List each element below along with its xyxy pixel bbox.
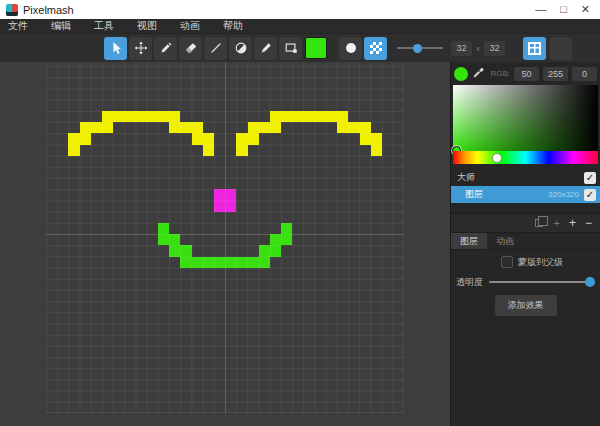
menu-edit[interactable]: 编辑 bbox=[51, 19, 71, 33]
canvas-width-field[interactable]: 32 bbox=[451, 41, 472, 56]
tool-pen-button[interactable] bbox=[254, 37, 277, 60]
tab-animation[interactable]: 动画 bbox=[487, 233, 523, 249]
pointer-icon bbox=[109, 41, 123, 55]
rectangle-icon bbox=[284, 41, 298, 55]
pixel-run[interactable] bbox=[68, 145, 79, 156]
canvas-workspace bbox=[0, 62, 450, 426]
close-button[interactable]: ✕ bbox=[581, 0, 590, 19]
tool-line-button[interactable] bbox=[204, 37, 227, 60]
pixel-run[interactable] bbox=[80, 122, 114, 133]
add-layer-button[interactable]: + bbox=[569, 217, 576, 229]
green-value-field[interactable]: 255 bbox=[543, 67, 568, 81]
opacity-slider[interactable] bbox=[489, 274, 595, 290]
menu-animation[interactable]: 动画 bbox=[180, 19, 200, 33]
minimize-button[interactable]: — bbox=[535, 0, 546, 19]
tool-rectangle-button[interactable] bbox=[279, 37, 302, 60]
dither-toggle-button[interactable] bbox=[364, 37, 387, 60]
secondary-toggle-button[interactable] bbox=[550, 37, 572, 60]
layer-name: 图层 bbox=[451, 188, 483, 201]
opacity-slider-knob[interactable] bbox=[585, 277, 595, 287]
pixel-run[interactable] bbox=[169, 245, 191, 256]
pixel-run[interactable] bbox=[259, 245, 281, 256]
brush-size-slider[interactable] bbox=[397, 37, 443, 60]
pixel-run[interactable] bbox=[180, 257, 270, 268]
tool-pencil-button[interactable] bbox=[154, 37, 177, 60]
layer-actions-row: + + − bbox=[451, 213, 600, 233]
grid-icon bbox=[528, 42, 541, 55]
canvas-height-field[interactable]: 32 bbox=[484, 41, 505, 56]
tool-move-button[interactable] bbox=[129, 37, 152, 60]
menu-bar: 文件 编辑 工具 视图 动画 帮助 bbox=[0, 19, 600, 34]
eraser-icon bbox=[184, 41, 198, 55]
red-value-field[interactable]: 50 bbox=[514, 67, 539, 81]
rgb-label: RGB: bbox=[490, 69, 510, 78]
pixel-run[interactable] bbox=[371, 145, 382, 156]
checkmark-icon: ✓ bbox=[586, 189, 594, 200]
title-bar: Pixelmash — □ ✕ bbox=[0, 0, 600, 19]
size-separator: x bbox=[476, 44, 480, 53]
pixel-run[interactable] bbox=[337, 122, 371, 133]
blue-value-field[interactable]: 0 bbox=[572, 67, 597, 81]
tab-layer[interactable]: 图层 bbox=[451, 233, 487, 249]
merge-layer-icon[interactable]: + bbox=[554, 217, 560, 229]
properties-tabs: 图层 动画 bbox=[451, 233, 600, 250]
pixel-run[interactable] bbox=[281, 223, 292, 234]
pixel-run[interactable] bbox=[214, 201, 236, 212]
hue-slider[interactable] bbox=[453, 151, 598, 164]
maximize-button[interactable]: □ bbox=[560, 0, 567, 19]
menu-help[interactable]: 帮助 bbox=[223, 19, 243, 33]
add-effect-button[interactable]: 添加效果 bbox=[495, 295, 557, 316]
line-icon bbox=[209, 41, 223, 55]
opacity-row: 透明度 bbox=[451, 274, 600, 290]
dither-circle-icon bbox=[234, 41, 248, 55]
brush-shape-circle-button[interactable] bbox=[339, 37, 362, 60]
layer-row-layer[interactable]: 图层 320x320 ✓ bbox=[451, 186, 600, 203]
grid-toggle-button[interactable] bbox=[523, 37, 546, 60]
hue-selector[interactable] bbox=[492, 153, 502, 163]
pixel-run[interactable] bbox=[169, 122, 203, 133]
tool-eraser-button[interactable] bbox=[179, 37, 202, 60]
canvas-center-guide-horizontal bbox=[46, 234, 404, 235]
pixel-run[interactable] bbox=[158, 234, 180, 245]
pixel-run[interactable] bbox=[236, 145, 247, 156]
menu-tools[interactable]: 工具 bbox=[94, 19, 114, 33]
pixel-run[interactable] bbox=[270, 234, 292, 245]
pixel-grid-overlay bbox=[46, 62, 404, 413]
layer-visibility-checkbox[interactable]: ✓ bbox=[584, 189, 596, 201]
pixel-run[interactable] bbox=[68, 133, 90, 144]
saturation-brightness-picker[interactable] bbox=[453, 85, 598, 151]
tool-dither-circle-button[interactable] bbox=[229, 37, 252, 60]
menu-file[interactable]: 文件 bbox=[8, 19, 28, 33]
right-panel: RGB: 50 255 0 大师 ✓ 图层 320x320 ✓ bbox=[450, 62, 600, 426]
pencil-icon bbox=[159, 41, 173, 55]
pixel-run[interactable] bbox=[158, 223, 169, 234]
slider-knob[interactable] bbox=[413, 44, 422, 53]
pixel-run[interactable] bbox=[214, 189, 236, 200]
pixel-run[interactable] bbox=[203, 145, 214, 156]
checkmark-icon: ✓ bbox=[586, 172, 594, 183]
move-icon bbox=[134, 41, 148, 55]
tool-pointer-button[interactable] bbox=[104, 37, 127, 60]
tool-bar: 32 x 32 bbox=[0, 34, 600, 62]
pixel-run[interactable] bbox=[102, 111, 180, 122]
mask-to-parent-checkbox[interactable] bbox=[501, 256, 513, 268]
current-color-indicator[interactable] bbox=[454, 67, 468, 81]
pixel-run[interactable] bbox=[192, 133, 214, 144]
layer-visibility-checkbox[interactable]: ✓ bbox=[584, 172, 596, 184]
opacity-slider-track bbox=[489, 281, 595, 283]
layer-row-master[interactable]: 大师 ✓ bbox=[451, 169, 600, 186]
pixel-run[interactable] bbox=[360, 133, 382, 144]
pixel-canvas[interactable] bbox=[46, 62, 404, 413]
duplicate-layer-icon[interactable] bbox=[535, 219, 543, 227]
current-color-swatch[interactable] bbox=[305, 37, 327, 59]
color-info-row: RGB: 50 255 0 bbox=[451, 62, 600, 85]
pixel-run[interactable] bbox=[236, 133, 258, 144]
eyedropper-icon[interactable] bbox=[472, 65, 485, 83]
pixel-run[interactable] bbox=[248, 122, 282, 133]
canvas-center-guide-vertical bbox=[225, 62, 226, 413]
pixel-run[interactable] bbox=[270, 111, 348, 122]
remove-layer-button[interactable]: − bbox=[585, 217, 592, 229]
circle-brush-icon bbox=[346, 43, 356, 53]
menu-view[interactable]: 视图 bbox=[137, 19, 157, 33]
app-window: Pixelmash — □ ✕ 文件 编辑 工具 视图 动画 帮助 bbox=[0, 0, 600, 426]
